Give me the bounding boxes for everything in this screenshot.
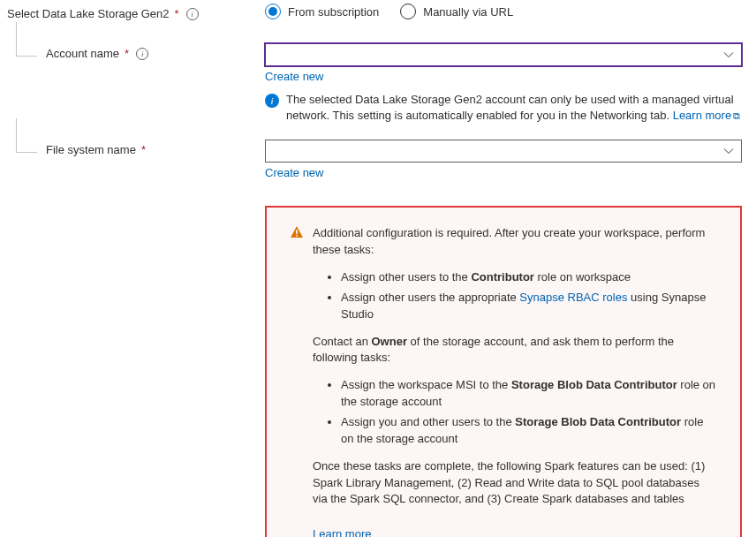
info-icon[interactable]: i: [136, 48, 148, 60]
account-name-dropdown[interactable]: [265, 43, 742, 66]
label-select-storage: Select Data Lake Storage Gen2 * i: [7, 7, 265, 20]
svg-rect-0: [296, 230, 298, 234]
row-select-storage: Select Data Lake Storage Gen2 * i From s…: [7, 4, 749, 20]
warning-body: Additional configuration is required. Af…: [313, 225, 717, 518]
label-file-system-name-text: File system name: [46, 143, 136, 156]
warn-task-msi: Assign the workspace MSI to the Storage …: [341, 377, 717, 411]
chevron-down-icon: [723, 146, 734, 156]
required-asterisk: *: [141, 143, 146, 156]
external-link-icon: ⧉: [733, 110, 740, 123]
row-account-name: Account name * i Create new i The select…: [7, 43, 749, 124]
radio-circle-checked-icon: [265, 4, 281, 19]
managed-vnet-info-text: The selected Data Lake Storage Gen2 acco…: [286, 92, 742, 124]
managed-vnet-info: i The selected Data Lake Storage Gen2 ac…: [265, 92, 742, 124]
storage-source-radio-group: From subscription Manually via URL: [265, 4, 742, 19]
radio-circle-icon: [400, 4, 416, 19]
warn-intro: Additional configuration is required. Af…: [313, 225, 717, 259]
label-account-name: Account name * i: [7, 47, 265, 60]
warn-outro: Once these tasks are complete, the follo…: [313, 458, 717, 509]
radio-from-subscription[interactable]: From subscription: [265, 4, 379, 19]
warn-tasks-list-1: Assign other users to the Contributor ro…: [313, 269, 717, 323]
learn-more-warning-link[interactable]: Learn more: [313, 527, 371, 537]
warn-task-contributor: Assign other users to the Contributor ro…: [341, 269, 717, 286]
synapse-rbac-link[interactable]: Synapse RBAC roles: [519, 291, 627, 304]
info-fill-icon: i: [265, 94, 279, 108]
label-select-storage-text: Select Data Lake Storage Gen2: [7, 7, 170, 20]
create-new-account-link[interactable]: Create new: [265, 70, 323, 83]
radio-manual-url-label: Manually via URL: [423, 5, 513, 19]
info-icon[interactable]: i: [186, 8, 199, 20]
warn-task-rbac: Assign other users the appropriate Synap…: [341, 290, 717, 323]
create-new-filesystem-link[interactable]: Create new: [265, 166, 323, 179]
warning-triangle-icon: [290, 225, 304, 239]
learn-more-vnet-link[interactable]: Learn more⧉: [673, 109, 740, 122]
radio-from-subscription-label: From subscription: [288, 5, 379, 19]
svg-rect-1: [296, 235, 298, 237]
file-system-dropdown[interactable]: [265, 140, 742, 163]
warn-task-users-blob: Assign you and other users to the Storag…: [341, 414, 717, 448]
label-account-name-text: Account name: [46, 47, 119, 60]
warn-contact-owner: Contact an Owner of the storage account,…: [313, 334, 717, 367]
warn-tasks-list-2: Assign the workspace MSI to the Storage …: [313, 377, 717, 447]
chevron-down-icon: [723, 49, 734, 60]
info-prefix: The selected Data Lake Storage Gen2 acco…: [286, 93, 734, 122]
label-file-system-name: File system name *: [7, 143, 265, 156]
required-asterisk: *: [175, 7, 179, 20]
required-asterisk: *: [125, 47, 129, 60]
additional-config-warning: Additional configuration is required. Af…: [265, 206, 742, 537]
learn-more-text: Learn more: [673, 109, 731, 122]
radio-manual-url[interactable]: Manually via URL: [400, 4, 513, 19]
row-file-system-name: File system name * Create new Additional…: [7, 140, 749, 537]
